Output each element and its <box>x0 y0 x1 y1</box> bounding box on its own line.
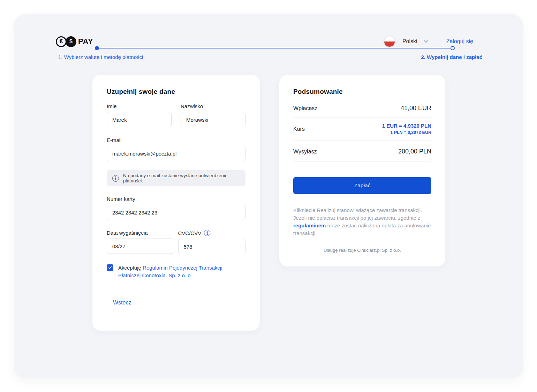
content-cards: Uzupełnij swoje dane Imię Nazwisko E-mai… <box>92 75 445 331</box>
rate-row: Kurs 1 EUR = 4,9320 PLN 1 PLN = 0,2072 E… <box>293 118 431 141</box>
last-name-input[interactable] <box>181 112 245 127</box>
email-input[interactable] <box>107 146 245 161</box>
rate-secondary: 1 PLN = 0,2072 EUR <box>382 130 431 135</box>
expiry-label: Data wygaśnięcia <box>107 230 174 236</box>
step1-label[interactable]: 1. Wybierz walutę i metodę płatności <box>58 54 143 60</box>
app-panel: € $ PAY Polski Zaloguj się 1. Wybierz wa… <box>14 14 523 378</box>
dollar-coin-icon: $ <box>66 36 76 47</box>
checkmark-icon <box>108 265 112 270</box>
step1-dot <box>95 46 99 50</box>
step2-label: 2. Wypełnij dane i zapłać <box>421 54 482 60</box>
legal-terms-link[interactable]: regulaminem <box>293 223 326 228</box>
terms-prefix: Akceptuję <box>118 265 143 271</box>
last-name-field-group: Nazwisko <box>181 103 245 127</box>
logo[interactable]: € $ PAY <box>56 36 93 47</box>
email-info-note: i Na podany e-mail zostanie wysłane potw… <box>107 170 245 186</box>
login-link[interactable]: Zaloguj się <box>446 38 473 45</box>
card-number-input[interactable] <box>107 205 245 220</box>
deposit-label: Wpłacasz <box>293 105 317 112</box>
first-name-label: Imię <box>107 103 172 109</box>
send-label: Wysyłasz <box>293 149 317 155</box>
back-link[interactable]: Wstecz <box>113 300 131 306</box>
deposit-row: Wpłacasz 41,00 EUR <box>293 105 431 118</box>
logo-text: PAY <box>78 37 93 46</box>
progress-stepper: 1. Wybierz walutę i metodę płatności 2. … <box>58 46 481 67</box>
legal-text: Kliknięcie Realizuj stanowi wiążące zawa… <box>293 206 432 237</box>
terms-row: Akceptuję Regulamin Pojedynczej Transakc… <box>107 264 245 279</box>
form-title: Uzupełnij swoje dane <box>107 88 245 96</box>
cvc-label: CVC/CVV <box>178 230 202 236</box>
chevron-down-icon[interactable] <box>424 38 428 43</box>
euro-coin-icon: € <box>56 36 67 47</box>
language-selector-label[interactable]: Polski <box>402 38 417 45</box>
first-name-input[interactable] <box>107 112 172 127</box>
rate-primary: 1 EUR = 4,9320 PLN <box>382 123 431 129</box>
card-number-field-group: Numer karty <box>107 196 245 220</box>
send-value: 200,00 PLN <box>398 148 431 155</box>
rate-label: Kurs <box>293 126 305 132</box>
legal-before: Kliknięcie Realizuj stanowi wiążące zawa… <box>293 207 422 221</box>
email-label: E-mail <box>107 137 245 143</box>
email-field-group: E-mail <box>107 137 245 161</box>
expiry-input[interactable] <box>107 239 174 254</box>
expiry-field-group: Data wygaśnięcia <box>107 230 174 254</box>
cvc-info-icon[interactable]: i <box>204 230 210 236</box>
summary-card: Podsumowanie Wpłacasz 41,00 EUR Kurs 1 E… <box>279 75 445 266</box>
card-number-label: Numer karty <box>107 196 245 202</box>
provider-note: Usługę realizuje Cinkciarz.pl Sp. z o.o. <box>293 248 431 253</box>
step2-dot <box>451 46 455 50</box>
cvc-input[interactable] <box>178 239 246 254</box>
rate-values: 1 EUR = 4,9320 PLN 1 PLN = 0,2072 EUR <box>382 123 431 135</box>
poland-flag-icon[interactable] <box>384 36 395 47</box>
send-row: Wysyłasz 200,00 PLN <box>293 141 431 161</box>
terms-text: Akceptuję Regulamin Pojedynczej Transakc… <box>118 264 240 279</box>
deposit-value: 41,00 EUR <box>401 105 431 112</box>
last-name-label: Nazwisko <box>181 103 245 109</box>
cvc-field-group: CVC/CVV i <box>178 230 246 254</box>
terms-checkbox[interactable] <box>107 264 113 271</box>
pay-button[interactable]: Zapłać <box>293 177 431 194</box>
expiry-cvc-row: Data wygaśnięcia CVC/CVV i <box>107 220 245 254</box>
info-icon: i <box>112 175 119 182</box>
email-info-text: Na podany e-mail zostanie wysłane potwie… <box>123 173 240 183</box>
first-name-field-group: Imię <box>107 103 172 127</box>
progress-track <box>97 48 453 48</box>
top-right-controls: Polski Zaloguj się <box>384 36 473 47</box>
personal-data-card: Uzupełnij swoje dane Imię Nazwisko E-mai… <box>92 75 260 331</box>
name-fields-row: Imię Nazwisko <box>107 96 245 127</box>
cvc-label-line: CVC/CVV i <box>178 230 246 236</box>
summary-title: Podsumowanie <box>293 88 431 96</box>
